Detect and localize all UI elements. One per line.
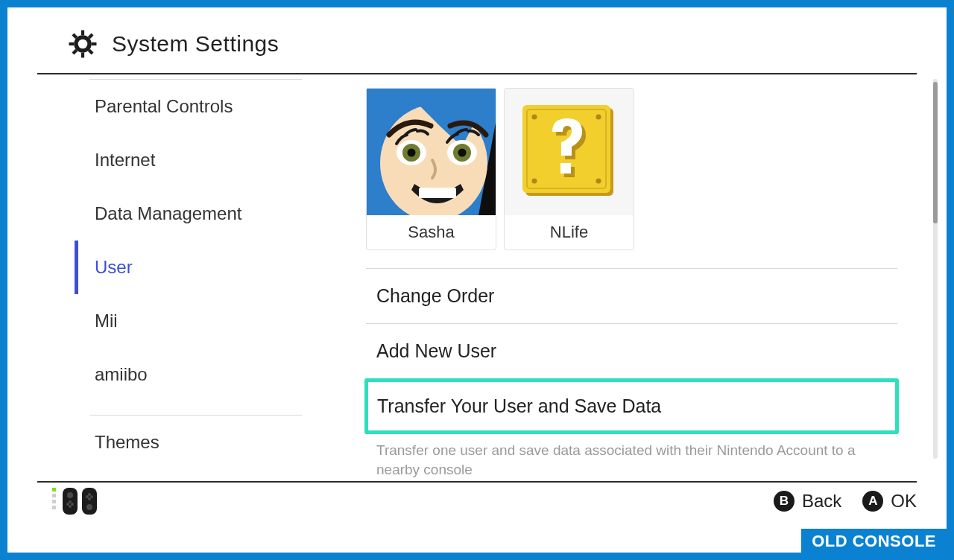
scrollbar[interactable] bbox=[933, 79, 938, 459]
hint-label: OK bbox=[891, 491, 917, 512]
user-tile-sasha[interactable]: Sasha bbox=[366, 88, 496, 250]
svg-point-39 bbox=[69, 505, 72, 508]
hint-ok: A OK bbox=[862, 491, 917, 512]
svg-rect-20 bbox=[419, 188, 456, 198]
sidebar-item-parental-controls[interactable]: Parental Controls bbox=[75, 80, 309, 133]
console-banner: OLD CONSOLE bbox=[801, 529, 947, 553]
main-pane: Sasha bbox=[309, 74, 939, 472]
svg-rect-30 bbox=[52, 488, 56, 491]
option-description: Transfer one user and save data associat… bbox=[366, 433, 897, 479]
svg-point-42 bbox=[86, 495, 89, 498]
svg-rect-5 bbox=[92, 42, 97, 45]
sidebar-item-label: User bbox=[95, 257, 133, 277]
svg-point-35 bbox=[67, 492, 73, 498]
page-title: System Settings bbox=[112, 31, 279, 57]
svg-point-19 bbox=[458, 149, 467, 157]
option-label: Change Order bbox=[376, 285, 494, 306]
svg-rect-4 bbox=[69, 42, 75, 45]
user-name: Sasha bbox=[367, 223, 496, 242]
footer: B Back A OK bbox=[37, 484, 917, 518]
footer-divider bbox=[37, 481, 917, 483]
avatar bbox=[505, 89, 634, 215]
sidebar-item-label: Themes bbox=[95, 432, 159, 452]
sidebar-item-data-management[interactable]: Data Management bbox=[75, 187, 309, 241]
sidebar-item-label: amiibo bbox=[95, 364, 148, 384]
svg-rect-33 bbox=[52, 506, 56, 509]
svg-point-44 bbox=[88, 493, 91, 496]
sidebar-item-user[interactable]: User bbox=[75, 241, 309, 294]
svg-point-41 bbox=[86, 504, 92, 510]
option-add-new-user[interactable]: Add New User bbox=[366, 324, 897, 379]
a-button-icon: A bbox=[862, 491, 883, 512]
svg-point-37 bbox=[71, 503, 74, 506]
header: System Settings bbox=[15, 15, 939, 73]
svg-rect-31 bbox=[52, 494, 56, 497]
sidebar-item-label: Internet bbox=[95, 150, 155, 170]
svg-point-16 bbox=[408, 149, 416, 157]
option-label: Transfer Your User and Save Data bbox=[377, 395, 661, 416]
svg-rect-3 bbox=[81, 53, 84, 58]
sidebar-item-internet[interactable]: Internet bbox=[75, 133, 309, 187]
svg-point-38 bbox=[69, 500, 72, 503]
svg-point-26 bbox=[531, 179, 537, 184]
svg-rect-40 bbox=[82, 488, 97, 515]
hint-label: Back bbox=[802, 491, 841, 512]
svg-rect-29 bbox=[560, 163, 571, 174]
sidebar-item-themes[interactable]: Themes bbox=[75, 416, 309, 469]
controller-icon bbox=[37, 488, 97, 515]
sidebar-item-amiibo[interactable]: amiibo bbox=[75, 348, 309, 401]
gear-icon bbox=[67, 28, 98, 60]
option-change-order[interactable]: Change Order bbox=[366, 269, 897, 324]
sidebar-item-label: Parental Controls bbox=[95, 96, 233, 116]
user-name: NLife bbox=[505, 223, 634, 242]
user-tile-nlife[interactable]: NLife bbox=[504, 88, 634, 250]
b-button-icon: B bbox=[774, 491, 795, 512]
option-label: Add New User bbox=[376, 340, 496, 361]
sidebar-item-mii[interactable]: Mii bbox=[75, 294, 309, 348]
user-options: Change Order Add New User Transfer Your … bbox=[366, 268, 897, 479]
settings-sidebar: Parental Controls Internet Data Manageme… bbox=[15, 74, 309, 472]
svg-point-45 bbox=[88, 497, 91, 500]
user-tiles: Sasha bbox=[366, 88, 897, 250]
svg-rect-2 bbox=[81, 31, 84, 36]
svg-point-43 bbox=[90, 495, 93, 498]
svg-point-1 bbox=[78, 39, 88, 49]
svg-point-24 bbox=[531, 115, 537, 120]
avatar bbox=[367, 89, 496, 215]
sidebar-item-label: Mii bbox=[95, 311, 118, 331]
scrollbar-thumb[interactable] bbox=[933, 82, 938, 223]
svg-point-27 bbox=[596, 179, 601, 184]
option-transfer-user[interactable]: Transfer Your User and Save Data bbox=[364, 378, 899, 434]
svg-point-36 bbox=[66, 503, 69, 506]
sidebar-item-label: Data Management bbox=[95, 203, 241, 223]
svg-point-25 bbox=[596, 115, 601, 120]
hint-back: B Back bbox=[774, 491, 841, 512]
svg-rect-32 bbox=[52, 500, 56, 503]
